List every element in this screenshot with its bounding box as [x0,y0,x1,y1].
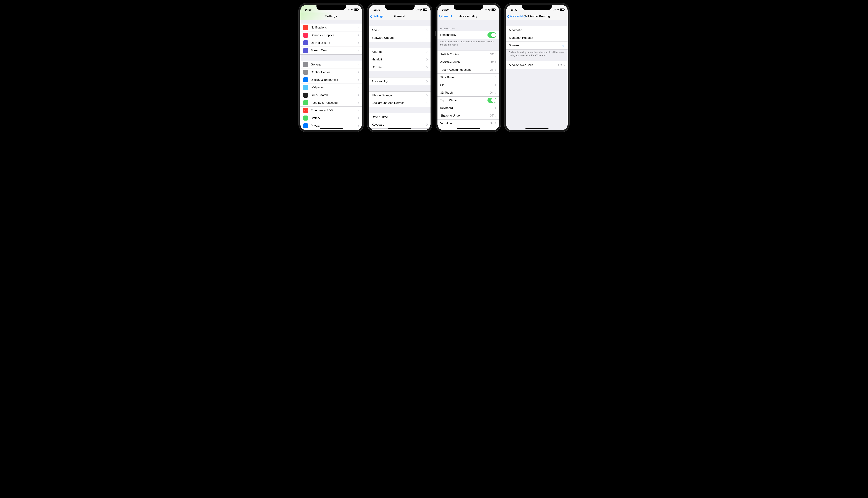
cell-background-app-refresh[interactable]: Background App Refresh [369,99,431,107]
cell-iphone-storage[interactable]: iPhone Storage [369,92,431,99]
notch [522,5,552,10]
chevron-right-icon [358,63,359,66]
cell-auto-answer-calls[interactable]: Auto-Answer CallsOff [506,61,568,69]
cell-wallpaper[interactable]: Wallpaper [300,84,362,91]
navbar-general: Settings General [369,13,431,20]
status-time: 16:30 [304,8,314,11]
cell-airdrop[interactable]: AirDrop [369,48,431,56]
signal-icon [553,9,556,10]
chevron-right-icon [495,84,496,86]
cell-label: Software Update [372,36,426,40]
chevron-right-icon [426,58,428,61]
cell-label: Switch Control [440,53,490,56]
section-header-interaction: INTERACTION [437,26,499,31]
status-time: 16:30 [510,8,520,11]
cell-notifications[interactable]: Notifications [300,24,362,31]
chevron-right-icon [358,94,359,96]
cell-label: Wallpaper [311,86,358,89]
battery-icon [354,9,358,11]
chevron-right-icon [495,92,496,94]
cell-label: About [372,28,426,32]
cell-carplay[interactable]: CarPlay [369,63,431,71]
cell-date-time[interactable]: Date & Time [369,113,431,121]
do-not-disturb-icon [303,40,308,45]
cell-battery[interactable]: Battery [300,114,362,122]
navbar-accessibility: General Accessibility [437,13,499,20]
home-indicator[interactable] [320,128,343,129]
cell-label: Screen Time [311,49,358,52]
cell-face-id-passcode[interactable]: Face ID & Passcode [300,99,362,107]
wallpaper-icon [303,85,308,90]
cell-automatic[interactable]: Automatic [506,26,568,34]
chevron-right-icon [426,66,428,68]
call-audio-routing-content[interactable]: Automatic Bluetooth Headset Speaker Call… [506,20,568,130]
chevron-right-icon [358,26,359,29]
cell-vibration[interactable]: VibrationOn [437,119,499,127]
cell-detail: On [490,91,493,94]
back-button[interactable]: Accessibility [506,15,526,18]
cell-label: CarPlay [372,65,426,69]
phone-settings: 16:30 Settings Notifications Sounds & Ha… [299,3,364,132]
cell-speaker[interactable]: Speaker [506,42,568,49]
cell-bluetooth-headset[interactable]: Bluetooth Headset [506,34,568,42]
chevron-left-icon [370,15,372,18]
cell-detail: On [490,121,493,125]
cell-label: Call Audio Routing [440,129,480,130]
cell-label: Siri & Search [311,93,358,97]
cell-detail: Off [490,61,493,64]
cell-touch-accommodations[interactable]: Touch AccommodationsOff [437,66,499,74]
cell-side-button[interactable]: Side Button [437,74,499,81]
cell-display-brightness[interactable]: Display & Brightness [300,76,362,84]
general-content[interactable]: About Software Update AirDrop Handoff Ca… [369,20,431,130]
cell-assistivetouch[interactable]: AssistiveTouchOff [437,58,499,66]
home-indicator[interactable] [525,128,548,129]
cell-siri[interactable]: Siri [437,81,499,89]
cell-label: Reachability [440,33,487,37]
cell-general[interactable]: General [300,61,362,68]
privacy-icon [303,123,308,128]
notch [316,5,346,10]
chevron-right-icon [495,107,496,109]
cell-control-center[interactable]: Control Center [300,68,362,76]
cell-siri-search[interactable]: Siri & Search [300,91,362,99]
cell-accessibility[interactable]: Accessibility [369,78,431,85]
cell-label: Side Button [440,76,495,79]
cell-label: AssistiveTouch [440,61,490,64]
signal-icon [348,9,350,10]
cell-3d-touch[interactable]: 3D TouchOn [437,89,499,96]
cell-keyboard[interactable]: Keyboard [369,121,431,129]
section-footer-routing: Call audio routing determines where audi… [506,50,568,58]
cell-emergency-sos[interactable]: SOS Emergency SOS [300,107,362,114]
cell-handoff[interactable]: Handoff [369,56,431,63]
chevron-right-icon [358,71,359,73]
back-button[interactable]: Settings [369,15,383,18]
cell-tap-to-wake[interactable]: Tap to Wake [437,96,499,104]
cell-screen-time[interactable]: Screen Time [300,47,362,54]
chevron-right-icon [495,61,496,63]
chevron-right-icon [495,115,496,117]
cell-shake-to-undo[interactable]: Shake to UndoOff [437,112,499,119]
cell-label: Sounds & Haptics [311,34,358,37]
cell-label: Notifications [311,26,358,29]
toggle-reachability[interactable] [487,32,496,38]
cell-keyboard[interactable]: Keyboard [437,104,499,112]
back-button[interactable]: General [437,15,452,18]
settings-content[interactable]: Notifications Sounds & Haptics Do Not Di… [300,20,362,130]
cell-software-update[interactable]: Software Update [369,34,431,42]
back-label: Settings [373,15,383,18]
phone-call-audio-routing: 16:30 Accessibility Call Audio Routing A… [504,3,569,132]
cell-sounds-haptics[interactable]: Sounds & Haptics [300,31,362,39]
toggle-tap-to-wake[interactable] [487,97,496,103]
cell-label: AirDrop [372,50,426,54]
chevron-right-icon [358,86,359,89]
signal-icon [485,9,487,10]
chevron-right-icon [426,80,428,82]
home-indicator[interactable] [388,128,411,129]
cell-about[interactable]: About [369,26,431,34]
cell-label: Background App Refresh [372,101,426,105]
accessibility-content[interactable]: INTERACTION Reachability Swipe down on t… [437,20,499,130]
cell-reachability[interactable]: Reachability [437,31,499,39]
cell-do-not-disturb[interactable]: Do Not Disturb [300,39,362,47]
home-indicator[interactable] [457,128,480,129]
cell-switch-control[interactable]: Switch ControlOff [437,51,499,58]
